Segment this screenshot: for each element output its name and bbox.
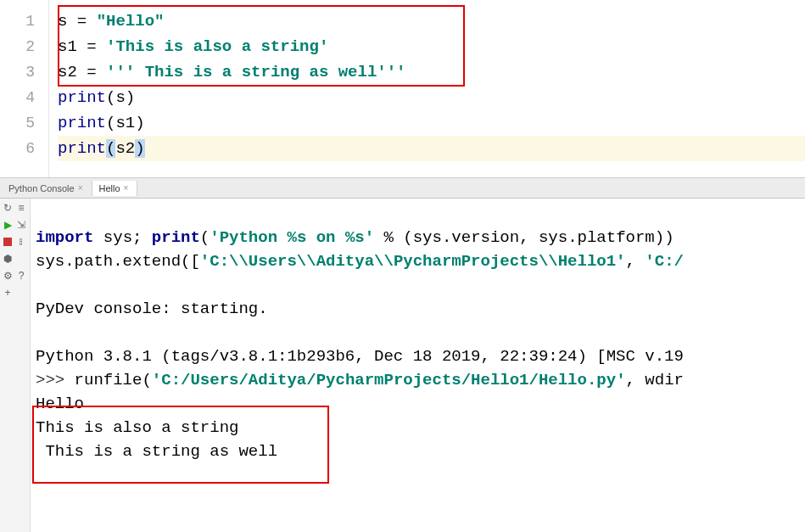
fn: runfile: [75, 371, 143, 389]
console-tabs: Python Console × Hello ×: [0, 178, 805, 199]
console-panel: ↻ ≡ ▶ ⇲ ⩉ ⬢ ⚙ ? + import sys; print('Pyt…: [0, 199, 805, 532]
rerun-icon[interactable]: ↻: [2, 202, 14, 214]
stop-icon[interactable]: [2, 236, 14, 248]
add-icon[interactable]: +: [2, 287, 14, 299]
code-area[interactable]: s = "Hello" s1 = 'This is also a string'…: [49, 0, 805, 177]
text: ,: [626, 252, 646, 271]
debug-icon[interactable]: ⬢: [2, 253, 14, 265]
code-line-1[interactable]: s = "Hello": [58, 8, 805, 34]
text: sys;: [93, 228, 151, 247]
string: Hello: [106, 12, 154, 31]
quote: ": [154, 12, 164, 31]
console-toolbar: ↻ ≡ ▶ ⇲ ⩉ ⬢ ⚙ ? +: [0, 199, 31, 532]
string: This is a string as well: [135, 63, 377, 81]
kw: import: [36, 228, 93, 247]
var: s1: [58, 37, 77, 56]
tab-hello[interactable]: Hello ×: [92, 181, 138, 196]
arg: s2: [115, 139, 135, 158]
code-line-3[interactable]: s2 = ''' This is a string as well''': [58, 59, 805, 85]
var: s: [58, 12, 67, 31]
code-line-6[interactable]: print(s2): [58, 136, 805, 161]
help-icon[interactable]: ?: [15, 270, 27, 282]
arg: s: [115, 88, 125, 107]
soft-wrap-icon[interactable]: ≡: [15, 202, 27, 214]
op: =: [67, 12, 96, 31]
arg: s1: [115, 114, 135, 132]
code-line-5[interactable]: print(s1): [58, 110, 805, 136]
text: Python 3.8.1 (tags/v3.8.1:1b293b6, Dec 1…: [36, 347, 684, 366]
op: =: [77, 63, 106, 81]
paren: (: [106, 114, 115, 132]
settings-icon[interactable]: ⚙: [2, 270, 14, 282]
text: , wdir: [626, 371, 684, 389]
paren: (: [142, 371, 151, 389]
string: 'C:/Users/Aditya/PycharmProjects/Hello1/…: [152, 371, 626, 389]
tab-label: Hello: [99, 183, 120, 193]
op: =: [77, 37, 106, 56]
prompt: >>>: [36, 371, 75, 389]
code-line-4[interactable]: print(s): [58, 85, 805, 110]
link-icon[interactable]: ⩉: [15, 236, 27, 248]
scroll-icon[interactable]: ⇲: [15, 219, 27, 231]
quote: ''': [377, 63, 405, 81]
string: 'C:/: [645, 252, 684, 271]
quote: ": [97, 12, 106, 31]
fn: print: [58, 114, 106, 132]
paren: (: [106, 88, 115, 107]
close-icon[interactable]: ×: [78, 183, 83, 193]
text: % (sys.version, sys.platform)): [374, 228, 674, 247]
output-line: This is also a string: [36, 418, 238, 437]
text: sys.path.extend([: [36, 252, 200, 271]
line-number: 1: [0, 8, 35, 34]
paren: (: [200, 228, 210, 247]
line-number: 5: [0, 110, 35, 136]
var: s2: [58, 63, 77, 81]
string: 'C:\\Users\\Aditya\\PycharmProjects\\Hel…: [200, 252, 626, 271]
console-output[interactable]: import sys; print('Python %s on %s' % (s…: [31, 199, 805, 532]
code-line-2[interactable]: s1 = 'This is also a string': [58, 34, 805, 59]
tab-label: Python Console: [8, 183, 75, 193]
line-number: 6: [0, 136, 35, 161]
line-number: 2: [0, 34, 35, 59]
quote: ': [106, 37, 115, 56]
text: PyDev console: starting.: [36, 300, 268, 318]
run-icon[interactable]: ▶: [2, 219, 14, 231]
fn: print: [152, 228, 200, 247]
paren: ): [126, 88, 135, 107]
line-gutter: 1 2 3 4 5 6: [0, 0, 49, 177]
paren: ): [135, 139, 144, 158]
output-line: Hello: [36, 395, 84, 413]
paren: (: [106, 139, 115, 158]
string: This is also a string: [115, 37, 318, 56]
quote: ''': [106, 63, 135, 81]
fn: print: [58, 88, 106, 107]
line-number: 3: [0, 59, 35, 85]
output-line: This is a string as well: [36, 442, 277, 461]
fn: print: [58, 139, 106, 158]
line-number: 4: [0, 85, 35, 110]
code-editor[interactable]: 1 2 3 4 5 6 s = "Hello" s1 = 'This is al…: [0, 0, 805, 178]
paren: ): [135, 114, 144, 132]
string: 'Python %s on %s': [210, 228, 374, 247]
quote: ': [319, 37, 328, 56]
close-icon[interactable]: ×: [124, 183, 129, 193]
tab-python-console[interactable]: Python Console ×: [2, 181, 92, 196]
